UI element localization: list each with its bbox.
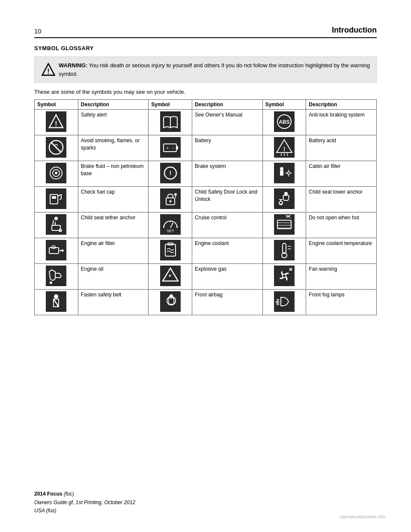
svg-rect-41 (160, 188, 181, 209)
footer-region-code: (fus) (46, 508, 57, 514)
symbol-cell-safety-alert: ! (35, 110, 78, 135)
symbol-cell-engine-oil (35, 264, 78, 290)
table-row: Fasten safety belt Front airbag (35, 290, 377, 315)
symbol-cell-engine-air (35, 238, 78, 264)
svg-point-89 (54, 294, 58, 299)
footer-region: USA (fus) (34, 507, 135, 515)
warning-body: You risk death or serious injury to your… (59, 62, 370, 77)
svg-text:ABS: ABS (279, 119, 289, 125)
svg-point-43 (169, 200, 171, 203)
desc-seatbelt: Fasten safety belt (78, 290, 149, 315)
desc-cruise-control: Cruise control (192, 212, 263, 238)
svg-text:!: ! (47, 67, 49, 75)
intro-text: These are some of the symbols you may se… (34, 89, 377, 95)
warning-label: WARNING: (59, 62, 87, 69)
footer-car-code: (foc) (64, 491, 74, 497)
table-row: Engine oil Explosive gas (35, 264, 377, 290)
table-row: Check fuel cap Child Safety Door Lock an… (35, 187, 377, 212)
footer-guide-line: Owners Guide gf, 1st Printing, October 2… (34, 499, 135, 507)
svg-rect-15 (176, 146, 178, 149)
desc-engine-coolant: Engine coolant (192, 238, 263, 264)
table-row: Brake fluid – non petroleum base ! Brake… (35, 161, 377, 187)
symbol-cell-brake-system: ! (149, 161, 192, 187)
svg-point-52 (54, 217, 58, 220)
symbol-cell-battery: + - (149, 135, 192, 161)
symbol-cell-owners-manual (149, 110, 192, 135)
footer-car-model: 2014 Focus (foc) (34, 490, 135, 498)
symbol-table: Symbol Description Symbol Description Sy… (34, 99, 377, 315)
col-header-desc2: Description (192, 100, 263, 110)
page-number: 10 (34, 27, 42, 35)
desc-abs: Anti-lock braking system (306, 110, 377, 135)
desc-battery: Battery (192, 135, 263, 161)
svg-point-32 (280, 167, 283, 170)
svg-text:SET: SET (167, 229, 174, 233)
desc-front-airbag: Front airbag (192, 290, 263, 315)
symbol-cell-cruise-control: SET (149, 212, 192, 238)
col-header-symbol3: Symbol (262, 100, 306, 110)
desc-battery-acid: Battery acid (306, 135, 377, 161)
symbol-cell-battery-acid: ! (262, 135, 306, 161)
desc-owners-manual: See Owner's Manual (192, 110, 263, 135)
desc-engine-air: Engine air filter (78, 238, 149, 264)
page-header: 10 Introduction (34, 26, 377, 38)
desc-fan-warning: Fan warning (306, 264, 377, 290)
svg-rect-46 (274, 188, 295, 209)
table-row: ! Safety alert See Owner's Manual (35, 110, 377, 135)
desc-do-not-open-hot: Do not open when hot (306, 212, 377, 238)
svg-rect-38 (46, 188, 66, 209)
page-container: 10 Introduction SYMBOL GLOSSARY ! WARNIN… (0, 0, 411, 532)
symbol-cell-coolant-temp (262, 238, 306, 264)
svg-point-81 (50, 281, 52, 284)
symbol-cell-fan-warning (262, 264, 306, 290)
symbol-cell-fuel-cap (35, 187, 78, 212)
desc-child-seat-lower: Child seat lower anchor (306, 187, 377, 212)
col-header-symbol2: Symbol (149, 100, 192, 110)
symbol-cell-no-smoking (35, 135, 78, 161)
svg-text:!: ! (169, 170, 171, 176)
svg-point-27 (55, 172, 57, 174)
svg-point-47 (284, 192, 288, 195)
desc-tether-anchor: Child seat tether anchor (78, 212, 149, 238)
page-footer: 2014 Focus (foc) Owners Guide gf, 1st Pr… (34, 490, 135, 515)
symbol-cell-seatbelt (35, 290, 78, 315)
symbol-cell-fog-lamps (262, 290, 306, 315)
symbol-cell-explosive-gas (149, 264, 192, 290)
watermark: carmanualsonline.info (340, 514, 385, 519)
svg-rect-40 (52, 196, 56, 199)
desc-fog-lamps: Front fog lamps (306, 290, 377, 315)
table-row: Avoid smoking, flames, or sparks + - Bat… (35, 135, 377, 161)
desc-brake-fluid: Brake fluid – non petroleum base (78, 161, 149, 187)
desc-fuel-cap: Check fuel cap (78, 187, 149, 212)
svg-text:!: ! (283, 146, 286, 152)
desc-engine-oil: Engine oil (78, 264, 149, 290)
svg-rect-92 (160, 291, 181, 312)
symbol-cell-brake-fluid (35, 161, 78, 187)
warning-triangle-icon: ! (41, 62, 54, 76)
desc-coolant-temp: Engine coolant temperature (306, 238, 377, 264)
desc-no-smoking: Avoid smoking, flames, or sparks (78, 135, 149, 161)
symbol-cell-abs: ABS (262, 110, 306, 135)
desc-cabin-air: Cabin air filter (306, 161, 377, 187)
col-header-desc3: Description (306, 100, 377, 110)
svg-text:!: ! (55, 120, 57, 128)
desc-safety-alert: Safety alert (78, 110, 149, 135)
warning-box: ! WARNING: You risk death or serious inj… (34, 57, 377, 83)
table-row: Child seat tether anchor SET (35, 212, 377, 238)
desc-child-safety: Child Safety Door Lock and Unlock (192, 187, 263, 212)
symbol-cell-child-safety-lock (149, 187, 192, 212)
symbol-cell-engine-coolant (149, 238, 192, 264)
symbol-cell-front-airbag (149, 290, 192, 315)
warning-text: WARNING: You risk death or serious injur… (59, 61, 370, 78)
svg-rect-80 (46, 266, 66, 286)
col-header-desc1: Description (78, 100, 149, 110)
desc-explosive-gas: Explosive gas (192, 264, 263, 290)
symbol-cell-tether-anchor (35, 212, 78, 238)
svg-text:-: - (172, 145, 174, 150)
symbol-cell-child-seat-lower (262, 187, 306, 212)
table-row: Engine air filter Engine coolant (35, 238, 377, 264)
symbol-cell-cabin-air (262, 161, 306, 187)
symbol-cell-do-not-open-hot (262, 212, 306, 238)
svg-text:+: + (166, 145, 169, 150)
svg-point-44 (174, 193, 177, 196)
